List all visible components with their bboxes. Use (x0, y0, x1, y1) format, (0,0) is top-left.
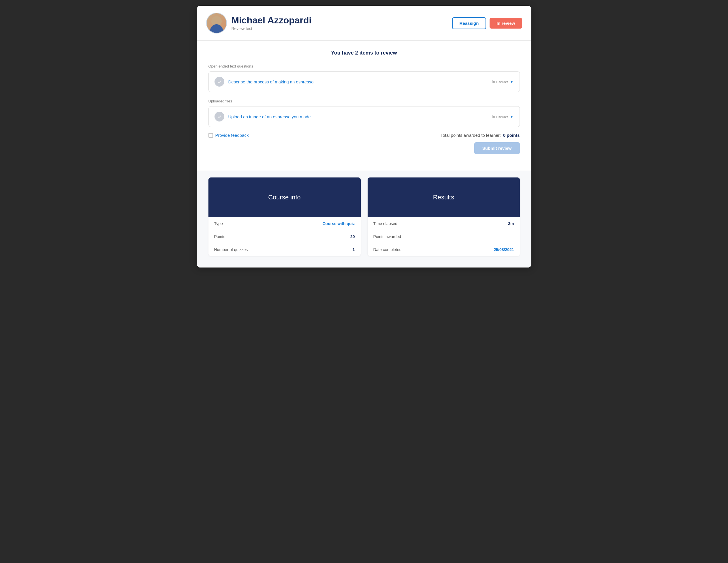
avatar-body (210, 24, 223, 33)
provide-feedback-label[interactable]: Provide feedback (208, 133, 249, 138)
main-content: You have 2 items to review Open ended te… (197, 41, 531, 170)
course-info-header: Course info (208, 177, 361, 217)
check-icon-1 (217, 79, 222, 84)
header: Michael Azzopardi Review test Reassign I… (197, 6, 531, 41)
course-quizzes-label: Number of quizzes (214, 247, 248, 252)
dropdown-arrow-2[interactable]: ▼ (510, 114, 514, 119)
feedback-label-text: Provide feedback (215, 133, 249, 138)
submit-row: Submit review (208, 142, 520, 154)
results-body: Time elapsed 3m Points awarded Date comp… (368, 217, 520, 256)
results-header: Results (368, 177, 520, 217)
status-text-1: In review (492, 79, 508, 84)
question-card-left-1: Describe the process of making an espres… (215, 77, 314, 87)
date-completed-value: 25/08/2021 (494, 247, 514, 252)
course-type-row: Type Course with quiz (208, 217, 361, 230)
course-points-row: Points 20 (208, 230, 361, 243)
review-title: You have 2 items to review (208, 50, 520, 56)
feedback-row: Provide feedback Total points awarded to… (208, 133, 520, 138)
course-points-value: 20 (350, 234, 355, 239)
check-icon-2 (217, 114, 222, 119)
question-card-2: Upload an image of an espresso you made … (208, 106, 520, 127)
question-status-2[interactable]: In review ▼ (492, 114, 514, 119)
points-awarded-row: Points awarded (368, 230, 520, 243)
bottom-section: Course info Type Course with quiz Points… (197, 170, 531, 267)
course-points-label: Points (214, 234, 225, 239)
check-circle-1 (215, 77, 224, 87)
course-type-value: Course with quiz (323, 221, 355, 226)
time-elapsed-row: Time elapsed 3m (368, 217, 520, 230)
date-completed-label: Date completed (373, 247, 402, 252)
user-subtitle: Review test (232, 26, 312, 31)
user-info: Michael Azzopardi Review test (206, 13, 312, 33)
course-type-label: Type (214, 221, 223, 226)
total-points-value: 0 points (503, 133, 520, 138)
main-container: Michael Azzopardi Review test Reassign I… (197, 6, 531, 267)
course-quizzes-value: 1 (353, 247, 355, 252)
uploaded-section: Uploaded files Upload an image of an esp… (208, 99, 520, 127)
results-card: Results Time elapsed 3m Points awarded D… (368, 177, 520, 256)
question-text-1: Describe the process of making an espres… (228, 79, 314, 84)
check-circle-2 (215, 112, 224, 121)
reassign-button[interactable]: Reassign (452, 17, 486, 29)
user-details: Michael Azzopardi Review test (232, 15, 312, 31)
time-elapsed-value: 3m (508, 221, 514, 226)
course-info-body: Type Course with quiz Points 20 Number o… (208, 217, 361, 256)
question-status-1[interactable]: In review ▼ (492, 79, 514, 84)
submit-review-button[interactable]: Submit review (474, 142, 520, 154)
uploaded-files-label: Uploaded files (208, 99, 520, 103)
question-text-2: Upload an image of an espresso you made (228, 114, 311, 119)
course-quizzes-row: Number of quizzes 1 (208, 243, 361, 256)
feedback-checkbox[interactable] (208, 133, 213, 138)
time-elapsed-label: Time elapsed (373, 221, 398, 226)
date-completed-row: Date completed 25/08/2021 (368, 243, 520, 256)
header-actions: Reassign In review (452, 17, 522, 29)
dropdown-arrow-1[interactable]: ▼ (510, 79, 514, 84)
in-review-button[interactable]: In review (490, 18, 522, 29)
section-divider (208, 161, 520, 161)
status-text-2: In review (492, 114, 508, 119)
total-points-label: Total points awarded to learner: (441, 133, 501, 138)
points-row: Total points awarded to learner: 0 point… (441, 133, 520, 138)
points-awarded-label: Points awarded (373, 234, 401, 239)
open-ended-label: Open ended text questions (208, 64, 520, 68)
question-card-left-2: Upload an image of an espresso you made (215, 112, 311, 121)
user-name: Michael Azzopardi (232, 15, 312, 25)
question-card-1: Describe the process of making an espres… (208, 71, 520, 92)
course-info-card: Course info Type Course with quiz Points… (208, 177, 361, 256)
avatar (206, 13, 227, 33)
